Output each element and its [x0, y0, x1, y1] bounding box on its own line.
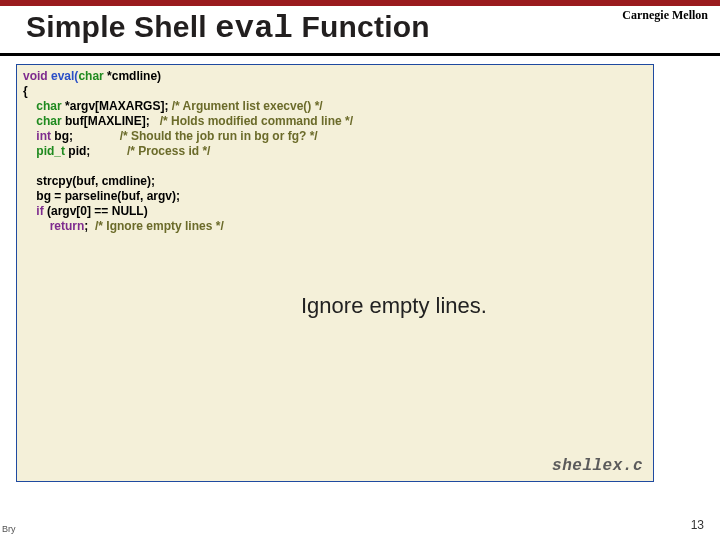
- indent-5: [23, 129, 36, 143]
- callout-text: Ignore empty lines.: [301, 293, 487, 319]
- footer-left-fragment: Bry: [2, 524, 16, 534]
- param-cmdline: *cmdline): [107, 69, 161, 83]
- var-bg: bg;: [54, 129, 119, 143]
- indent-11: [23, 219, 50, 233]
- indent-6: [23, 144, 36, 158]
- indent-3: [23, 99, 36, 113]
- slide-header: Carnegie Mellon Simple Shell eval Functi…: [0, 6, 720, 56]
- page-title: Simple Shell eval Function: [26, 10, 710, 47]
- kw-int: int: [36, 129, 54, 143]
- indent-10: [23, 204, 36, 218]
- var-pid: pid;: [68, 144, 127, 158]
- kw-char-3: char: [36, 114, 65, 128]
- return-semi: ;: [84, 219, 95, 233]
- kw-return: return: [50, 219, 85, 233]
- cmt-ignore: /* Ignore empty lines */: [95, 219, 224, 233]
- kw-if: if: [36, 204, 47, 218]
- var-argv: *argv[MAXARGS];: [65, 99, 172, 113]
- kw-char-1: char: [78, 69, 107, 83]
- brace-open: {: [23, 84, 28, 98]
- title-mono: eval: [215, 10, 293, 47]
- title-prefix: Simple Shell: [26, 10, 215, 43]
- code-panel: void eval(char *cmdline) { char *argv[MA…: [16, 64, 654, 482]
- cmt-pid: /* Process id */: [127, 144, 210, 158]
- line-parseline: bg = parseline(buf, argv);: [23, 189, 180, 203]
- fn-eval: eval(: [51, 69, 78, 83]
- cmt-buf: /* Holds modified command line */: [160, 114, 353, 128]
- indent-4: [23, 114, 36, 128]
- source-filename: shellex.c: [552, 457, 643, 475]
- var-buf: buf[MAXLINE];: [65, 114, 160, 128]
- cond-null: (argv[0] == NULL): [47, 204, 148, 218]
- line-strcpy: strcpy(buf, cmdline);: [23, 174, 155, 188]
- cmt-bg: /* Should the job run in bg or fg? */: [120, 129, 318, 143]
- title-suffix: Function: [293, 10, 430, 43]
- page-number: 13: [691, 518, 704, 532]
- code-block: void eval(char *cmdline) { char *argv[MA…: [23, 69, 647, 234]
- kw-char-2: char: [36, 99, 65, 113]
- kw-void: void: [23, 69, 51, 83]
- university-label: Carnegie Mellon: [622, 8, 708, 23]
- cmt-argv: /* Argument list execve() */: [172, 99, 323, 113]
- kw-pid: pid_t: [36, 144, 68, 158]
